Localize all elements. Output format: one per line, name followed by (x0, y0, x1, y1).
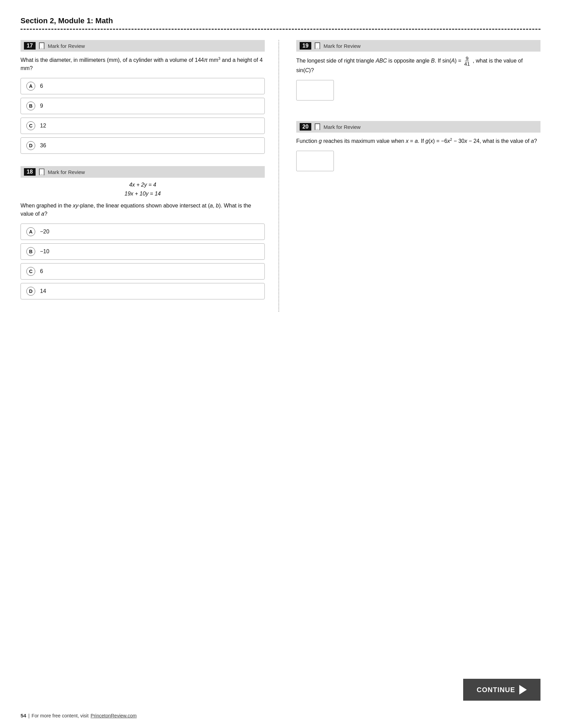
q18-mark-label[interactable]: Mark for Review (48, 169, 85, 175)
bookmark-icon[interactable] (39, 42, 44, 49)
page-header: Section 2, Module 1: Math (21, 16, 540, 25)
footer-link[interactable]: PrincetonReview.com (91, 713, 137, 718)
q17-choice-d-value: 36 (40, 143, 46, 149)
question-20: 20 Mark for Review Function g reaches it… (296, 121, 540, 171)
q18-number: 18 (24, 168, 36, 176)
q17-choice-c[interactable]: C 12 (21, 118, 265, 134)
q17-choice-a[interactable]: A 6 (21, 78, 265, 94)
q19-answer-box[interactable] (296, 80, 334, 100)
q17-text: What is the diameter, in millimeters (mm… (21, 56, 265, 72)
q18-choice-c[interactable]: C 6 (21, 263, 265, 280)
q18-choice-b[interactable]: B −10 (21, 243, 265, 260)
q17-choice-c-letter: C (26, 121, 35, 130)
q19-header: 19 Mark for Review (296, 40, 540, 52)
q19-text: The longest side of right triangle ABC i… (296, 56, 540, 75)
q17-choice-b-value: 9 (40, 103, 43, 109)
q18-choice-a-value: −20 (40, 229, 49, 235)
q19-fraction: 9 41 (464, 56, 471, 66)
q18-choice-d-value: 14 (40, 288, 46, 294)
question-18: 18 Mark for Review 4x + 2y = 4 19x + 10y… (21, 166, 265, 299)
right-column: 19 Mark for Review The longest side of r… (279, 40, 540, 312)
question-19: 19 Mark for Review The longest side of r… (296, 40, 540, 100)
q18-eq1: 4x + 2y = 4 (21, 182, 265, 188)
continue-button[interactable]: CONTINUE (463, 679, 540, 701)
q18-choice-c-letter: C (26, 267, 35, 276)
q17-mark-label[interactable]: Mark for Review (48, 43, 85, 49)
q19-number: 19 (300, 42, 311, 50)
footer-divider: | (28, 713, 30, 718)
bookmark-icon-18[interactable] (39, 168, 44, 175)
q18-text: When graphed in the xy-plane, the linear… (21, 202, 265, 218)
continue-button-container: CONTINUE (463, 679, 540, 701)
footer-page-number: 54 (21, 713, 26, 718)
q20-number: 20 (300, 123, 311, 131)
q17-choice-d-letter: D (26, 141, 35, 150)
q20-answer-box[interactable] (296, 151, 334, 171)
left-column: 17 Mark for Review What is the diameter,… (21, 40, 279, 312)
q17-choice-b[interactable]: B 9 (21, 98, 265, 114)
q20-header: 20 Mark for Review (296, 121, 540, 133)
q18-choice-d[interactable]: D 14 (21, 283, 265, 299)
q18-choice-d-letter: D (26, 287, 35, 296)
bookmark-icon-20[interactable] (315, 123, 320, 130)
q19-fraction-num: 9 (465, 56, 469, 61)
q17-choice-b-letter: B (26, 102, 35, 110)
q17-choice-a-value: 6 (40, 83, 43, 89)
continue-label: CONTINUE (477, 686, 515, 694)
q18-choice-a[interactable]: A −20 (21, 224, 265, 240)
q17-number: 17 (24, 42, 36, 50)
q17-choice-d[interactable]: D 36 (21, 137, 265, 154)
bookmark-icon-19[interactable] (315, 42, 320, 49)
q19-mark-label[interactable]: Mark for Review (324, 43, 361, 49)
q17-choice-a-letter: A (26, 82, 35, 91)
section-divider (21, 29, 540, 30)
question-17: 17 Mark for Review What is the diameter,… (21, 40, 265, 154)
q17-header: 17 Mark for Review (21, 40, 265, 52)
two-column-layout: 17 Mark for Review What is the diameter,… (21, 40, 540, 312)
q18-choice-c-value: 6 (40, 268, 43, 274)
footer: 54 | For more free content, visit Prince… (21, 713, 136, 718)
footer-text: For more free content, visit (31, 713, 89, 718)
page-container: Section 2, Module 1: Math 17 Mark for Re… (0, 0, 561, 332)
q19-fraction-den: 41 (464, 61, 471, 66)
q20-mark-label[interactable]: Mark for Review (324, 124, 361, 130)
q17-choice-c-value: 12 (40, 123, 46, 129)
q18-choice-b-value: −10 (40, 248, 49, 255)
page-title: Section 2, Module 1: Math (21, 16, 540, 25)
arrow-right-icon (519, 685, 527, 695)
q20-text: Function g reaches its maximum value whe… (296, 137, 540, 145)
q18-choice-a-letter: A (26, 227, 35, 236)
q18-header: 18 Mark for Review (21, 166, 265, 178)
q18-choice-b-letter: B (26, 247, 35, 256)
q18-eq2: 19x + 10y = 14 (21, 191, 265, 197)
